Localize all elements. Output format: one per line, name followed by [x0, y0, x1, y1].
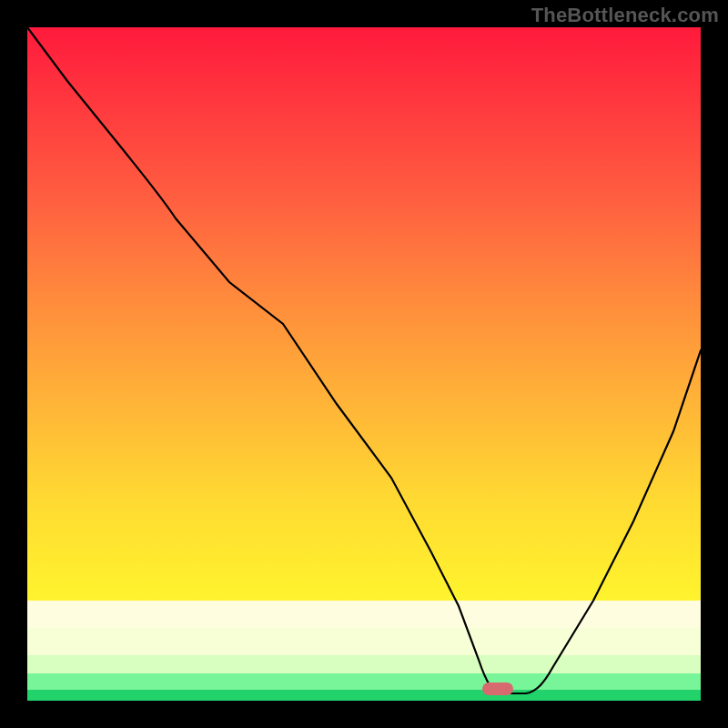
- chart-frame: TheBottleneck.com: [0, 0, 728, 728]
- plot-area: [27, 27, 701, 701]
- bottleneck-curve: [27, 27, 701, 701]
- optimum-marker: [482, 682, 513, 695]
- curve-path: [27, 27, 701, 693]
- watermark-text: TheBottleneck.com: [531, 4, 719, 27]
